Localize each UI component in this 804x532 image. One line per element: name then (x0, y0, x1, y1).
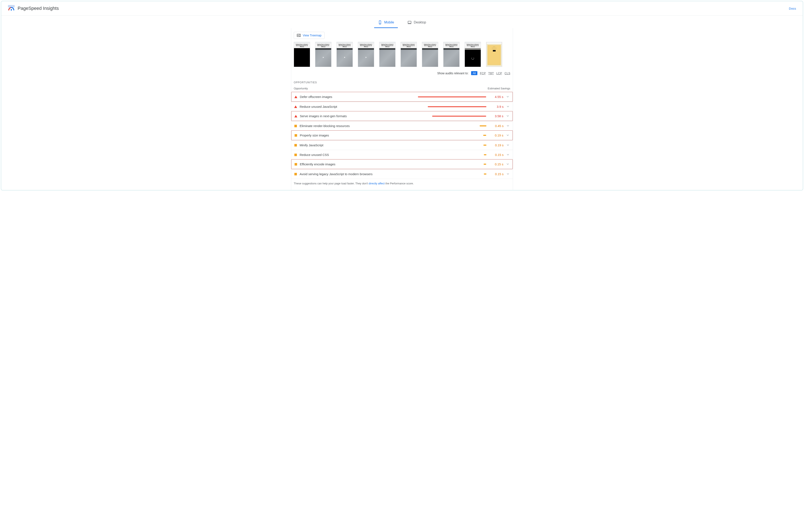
view-treemap-button[interactable]: View Treemap (294, 32, 324, 39)
chevron-down-icon[interactable] (506, 134, 510, 137)
opportunity-row[interactable]: Eliminate render-blocking resources0.45 … (291, 121, 513, 131)
audit-filter-row: Show audits relevant to: All FCP TBT LCP… (291, 70, 513, 76)
chevron-down-icon[interactable] (506, 124, 510, 128)
svg-rect-4 (408, 21, 411, 23)
opportunity-row[interactable]: Efficiently encode images0.15 s (291, 159, 513, 169)
filmstrip-frame: Fighting Flares in Ukraine's East as Rus… (336, 42, 353, 67)
app-title: PageSpeed Insights (18, 6, 59, 11)
app-header: PageSpeed Insights Docs (1, 1, 803, 16)
savings-value: 3.58 s (490, 114, 503, 118)
svg-point-1 (11, 9, 12, 11)
chevron-down-icon[interactable] (506, 172, 510, 176)
filmstrip-frame: Fighting Flares in Ukraine's East as Rus… (315, 42, 332, 67)
savings-value: 0.45 s (490, 124, 504, 128)
filter-lcp[interactable]: LCP (497, 72, 502, 75)
opportunity-label: Reduce unused CSS (300, 153, 367, 156)
brand: PageSpeed Insights (8, 5, 59, 12)
opportunities-list: Defer offscreen images4.55 sReduce unuse… (291, 92, 513, 179)
savings-bar-container (369, 96, 488, 97)
tab-desktop[interactable]: Desktop (404, 18, 430, 28)
filter-fcp[interactable]: FCP (480, 72, 486, 75)
savings-bar-container (369, 106, 488, 107)
opportunity-row[interactable]: Avoid serving legacy JavaScript to moder… (291, 169, 513, 179)
col-opportunity: Opportunity (294, 87, 308, 90)
desktop-icon (408, 20, 412, 24)
square-orange-icon (294, 125, 297, 128)
opportunity-label: Properly size images (300, 134, 367, 137)
opportunity-row[interactable]: Reduce unused JavaScript3.9 s (291, 102, 513, 111)
savings-value: 4.55 s (490, 95, 503, 99)
savings-bar-container (369, 125, 488, 127)
filter-cls[interactable]: CLS (505, 72, 510, 75)
square-orange-icon (294, 144, 297, 147)
savings-value: 0.19 s (490, 134, 503, 137)
opportunity-row[interactable]: Minify JavaScript0.19 s (291, 140, 513, 150)
opportunity-row[interactable]: Properly size images0.19 s (291, 130, 513, 140)
triangle-red-icon (294, 115, 297, 118)
chevron-down-icon[interactable] (506, 105, 510, 109)
filmstrip: Fighting Flares in Ukraine's East as Rus… (291, 41, 513, 70)
filter-all[interactable]: All (471, 71, 478, 75)
opportunities-table-header: Opportunity Estimated Savings (291, 86, 513, 92)
tab-mobile-label: Mobile (384, 20, 394, 24)
chevron-down-icon[interactable] (506, 144, 510, 147)
filmstrip-frame: Fighting Flares in Ukraine's East as Rus… (294, 42, 310, 67)
savings-value: 0.15 s (490, 172, 504, 176)
square-orange-icon (294, 163, 297, 166)
filter-label: Show audits relevant to: (437, 72, 468, 75)
docs-link[interactable]: Docs (789, 7, 796, 10)
opportunity-label: Eliminate render-blocking resources (300, 124, 367, 128)
square-orange-icon (294, 134, 297, 137)
savings-bar-container (369, 164, 488, 165)
tab-desktop-label: Desktop (414, 20, 426, 24)
chevron-down-icon[interactable] (506, 95, 510, 99)
pagespeed-logo-icon (8, 5, 15, 12)
opportunity-row[interactable]: Defer offscreen images4.55 s (291, 92, 513, 102)
tab-mobile[interactable]: Mobile (374, 18, 398, 28)
savings-bar (480, 125, 486, 127)
opportunity-label: Reduce unused JavaScript (300, 105, 367, 109)
filter-tbt[interactable]: TBT (488, 72, 494, 75)
opportunity-label: Avoid serving legacy JavaScript to moder… (300, 172, 373, 176)
savings-bar-container (369, 154, 488, 155)
opportunities-heading: OPPORTUNITIES (291, 76, 513, 86)
square-orange-icon (294, 173, 297, 176)
savings-bar (428, 106, 486, 107)
filmstrip-frame: Fighting Flares in Ukraine's East as Rus… (443, 42, 460, 67)
view-treemap-label: View Treemap (303, 34, 321, 37)
savings-bar-container (369, 135, 488, 136)
filmstrip-frame: Fighting Flares in Ukraine's East as Rus… (358, 42, 374, 67)
treemap-icon (297, 34, 301, 37)
footnote-link[interactable]: directly affect (369, 182, 385, 185)
savings-value: 0.15 s (490, 163, 503, 166)
footnote: These suggestions can help your page loa… (291, 179, 513, 186)
savings-bar-container (369, 145, 488, 146)
device-tabs: Mobile Desktop (1, 16, 803, 28)
filmstrip-frame: Fighting Flares in Ukraine's East as Rus… (400, 42, 417, 67)
savings-bar (484, 173, 486, 174)
filmstrip-frame: Fighting Flares in Ukraine's East as Rus… (379, 42, 395, 67)
filmstrip-frame: Fighting Flares in Ukraine's East as Rus… (465, 42, 481, 67)
chevron-down-icon[interactable] (506, 114, 510, 118)
chevron-down-icon[interactable] (506, 153, 510, 156)
savings-bar-container (375, 173, 488, 174)
col-savings: Estimated Savings (488, 87, 510, 90)
savings-bar (418, 96, 486, 97)
triangle-red-icon (294, 105, 297, 108)
opportunity-label: Serve images in next-gen formats (300, 114, 367, 118)
opportunity-row[interactable]: Reduce unused CSS0.15 s (291, 150, 513, 159)
savings-value: 3.9 s (490, 105, 504, 109)
mobile-icon (378, 20, 382, 24)
savings-value: 0.19 s (490, 144, 504, 147)
filmstrip-frame: Fighting Flares in Ukraine's East as Rus… (422, 42, 438, 67)
savings-bar (432, 116, 486, 117)
savings-bar (484, 164, 486, 165)
chevron-down-icon[interactable] (506, 163, 510, 166)
triangle-red-icon (294, 95, 297, 98)
savings-bar-container (369, 116, 488, 117)
savings-bar (484, 154, 486, 155)
opportunity-label: Minify JavaScript (300, 144, 367, 147)
opportunity-label: Defer offscreen images (300, 95, 367, 99)
opportunity-label: Efficiently encode images (300, 163, 367, 166)
opportunity-row[interactable]: Serve images in next-gen formats3.58 s (291, 111, 513, 121)
